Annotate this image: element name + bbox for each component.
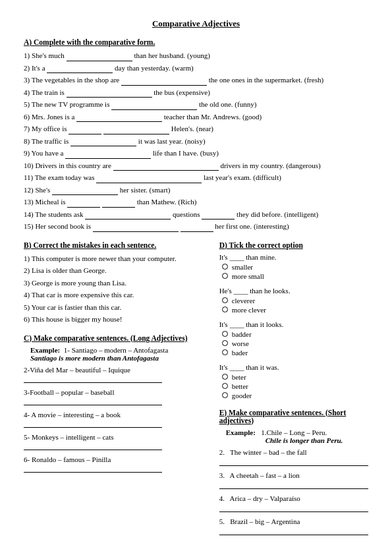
section-c-example: Example: 1- Santiago – modern – Antofaga… [30, 346, 206, 362]
tick-option[interactable]: smaller [219, 263, 368, 271]
answer-line [219, 481, 368, 489]
tick-option[interactable]: badder [219, 330, 368, 338]
radio-icon [222, 307, 228, 312]
tick-question: It's ____ than it looks. [219, 320, 368, 328]
tick-option[interactable]: worse [219, 339, 368, 347]
option-label: smaller [232, 263, 253, 271]
blank [181, 224, 213, 232]
main-two-col: B) Correct the mistakes in each sentence… [24, 241, 368, 544]
radio-icon [222, 331, 228, 337]
blank [93, 224, 179, 232]
page-title: Comparative Adjectives [24, 18, 368, 29]
radio-icon [222, 340, 228, 346]
answer-line [219, 504, 368, 512]
answer-line [24, 374, 162, 383]
blank [70, 138, 136, 146]
section-b-header: B) Correct the mistakes in each sentence… [24, 241, 206, 249]
tick-option[interactable]: more small [219, 272, 368, 280]
blank [121, 78, 207, 86]
list-item: 1) She's much than her husband. (young) [24, 50, 368, 61]
answer-line [24, 442, 162, 450]
section-e-header: E) Make comparative sentences. (Short ad… [219, 409, 368, 424]
item-text: 2. The winter – bad – the fall [219, 448, 307, 456]
tick-option[interactable]: gooder [219, 392, 368, 399]
section-e-item: 4. Arica – dry – Valparaíso [219, 494, 368, 512]
blank [102, 200, 135, 208]
tick-group: It's ____ than mine. smaller more small [219, 253, 368, 280]
list-item: 5) The new TV programme is the old one. … [24, 99, 368, 110]
list-item: 11) The exam today was last year's exam.… [24, 172, 368, 183]
example-label: Example: [226, 428, 260, 436]
tick-option[interactable]: beter [219, 373, 368, 381]
section-c-item: 3-Football – popular – baseball [24, 388, 206, 405]
radio-icon [222, 392, 228, 398]
list-item: 3) George is more young than Lisa. [24, 278, 206, 289]
example-input: 1.Chile – Long – Peru. [261, 428, 327, 436]
answer-line [24, 419, 162, 428]
option-label: worse [232, 339, 249, 347]
option-label: more clever [232, 306, 266, 314]
tick-group: It's ____ than it looks. badder worse ba… [219, 320, 368, 357]
example-label: Example: [30, 346, 60, 354]
answer-line [219, 527, 368, 535]
item-text: 5. Brazil – big – Argentina [219, 517, 300, 525]
blank [67, 53, 132, 61]
answer-line [24, 464, 162, 473]
left-column: B) Correct the mistakes in each sentence… [24, 241, 206, 544]
answer-line [219, 457, 368, 466]
list-item: 5) Your car is fastier than this car. [24, 302, 206, 313]
item-text: 3. A cheetah – fast – a lion [219, 471, 300, 479]
item-text: 5- Monkeys – intelligent – cats [24, 433, 114, 441]
list-item: 1) This computer is more newer than your… [24, 253, 206, 264]
option-label: more small [232, 272, 264, 280]
list-item: 6) Mrs. Jones is a teacher than Mr. Andr… [24, 111, 368, 123]
item-text: 6- Ronaldo – famous – Pinilla [24, 455, 111, 463]
list-item: 14) The students ask questions they did … [24, 209, 368, 220]
tick-question: It's ____ than mine. [219, 253, 368, 261]
tick-option[interactable]: cleverer [219, 297, 368, 305]
example-answer: Chile is longer than Peru. [266, 436, 343, 444]
section-d-header: D) Tick the correct option [219, 241, 368, 249]
blank [69, 127, 101, 134]
blank [103, 127, 169, 134]
section-b: B) Correct the mistakes in each sentence… [24, 241, 206, 325]
section-e-item: 5. Brazil – big – Argentina [219, 517, 368, 535]
option-label: beter [232, 373, 246, 381]
blank [52, 187, 118, 195]
blank [47, 65, 113, 73]
item-text: 4. Arica – dry – Valparaíso [219, 494, 300, 502]
list-item: 13) Micheal is than Mathew. (Rich) [24, 196, 368, 208]
example-input: 1- Santiago – modern – Antofagasta [64, 346, 169, 354]
section-e-item: 2. The winter – bad – the fall [219, 448, 368, 466]
section-c-item: 4- A movie – interesting – a book [24, 411, 206, 428]
tick-option[interactable]: more clever [219, 306, 368, 314]
blank [85, 212, 171, 219]
tick-question: It's ____ than it was. [219, 363, 368, 371]
list-item: 7) My office is Helen's. (near) [24, 123, 368, 134]
list-item: 15) Her second book is her first one. (i… [24, 221, 368, 232]
section-c-item: 6- Ronaldo – famous – Pinilla [24, 455, 206, 473]
section-a: A) Complete with the comparative form. 1… [24, 38, 368, 232]
option-label: bader [232, 349, 248, 357]
right-column: D) Tick the correct option It's ____ tha… [213, 241, 368, 544]
tick-question: He's ____ than he looks. [219, 287, 368, 295]
section-a-header: A) Complete with the comparative form. [24, 38, 368, 46]
section-c-header: C) Make comparative sentences. (Long Adj… [24, 334, 206, 342]
blank [67, 200, 100, 208]
list-item: 4) That car is more expensive this car. [24, 289, 206, 301]
tick-group: He's ____ than he looks. cleverer more c… [219, 287, 368, 314]
item-text: 2-Viña del Mar – beautiful – Iquique [24, 366, 130, 374]
tick-option[interactable]: bader [219, 349, 368, 357]
section-c: C) Make comparative sentences. (Long Adj… [24, 334, 206, 473]
section-e-item: 3. A cheetah – fast – a lion [219, 471, 368, 489]
section-a-list: 1) She's much than her husband. (young) … [24, 50, 368, 232]
radio-icon [222, 374, 228, 380]
tick-option[interactable]: better [219, 382, 368, 390]
section-e-example: Example: 1.Chile – Long – Peru. Chile is… [226, 428, 368, 444]
option-label: badder [232, 330, 252, 338]
list-item: 8) The traffic is it was last year. (noi… [24, 136, 368, 147]
blank [67, 90, 152, 98]
section-e: E) Make comparative sentences. (Short ad… [219, 409, 368, 535]
option-label: cleverer [232, 297, 255, 305]
tick-group: It's ____ than it was. beter better good… [219, 363, 368, 399]
